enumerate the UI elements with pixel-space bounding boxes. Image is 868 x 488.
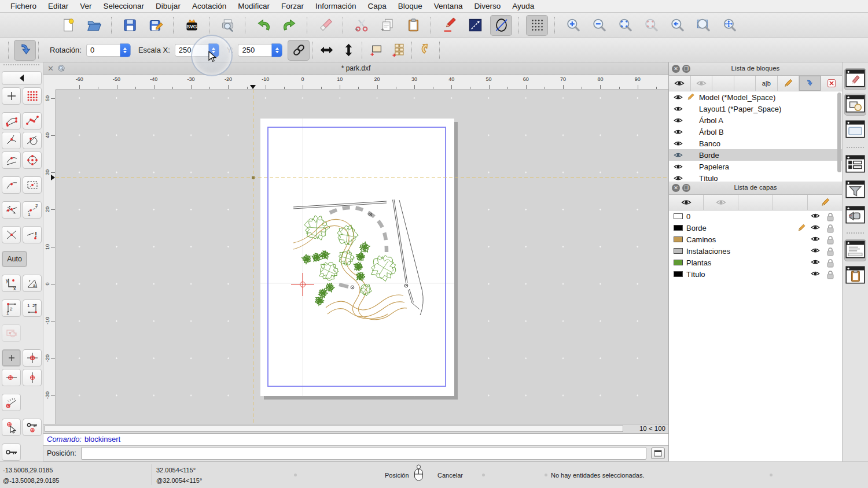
layer-row[interactable]: Título bbox=[669, 268, 842, 280]
menu-forzar[interactable]: Forzar bbox=[275, 0, 310, 13]
add-layer-button[interactable] bbox=[738, 195, 773, 210]
link-scales-button[interactable] bbox=[288, 40, 310, 61]
block-row[interactable]: Layout1 (*Paper_Space) bbox=[669, 103, 842, 114]
menu-fichero[interactable]: Fichero bbox=[5, 0, 42, 13]
delete-button[interactable] bbox=[314, 15, 336, 36]
menu-bloque[interactable]: Bloque bbox=[392, 0, 428, 13]
corner-order-b-button[interactable]: 21 bbox=[23, 300, 42, 317]
menu-ayuda[interactable]: Ayuda bbox=[506, 0, 540, 13]
snap-perpendicular-button[interactable] bbox=[2, 132, 21, 149]
scrollbar-trough[interactable] bbox=[45, 426, 623, 432]
show-all-blocks-button[interactable] bbox=[669, 76, 691, 91]
edit-block-button[interactable] bbox=[778, 76, 800, 91]
command-line[interactable]: Comando:blockinsert bbox=[43, 433, 668, 446]
remove-layer-button[interactable] bbox=[773, 195, 808, 210]
float-block-list-icon[interactable]: ❐ bbox=[682, 65, 690, 73]
layer-visibility-eye-icon[interactable] bbox=[811, 258, 820, 267]
block-row[interactable]: Borde bbox=[669, 149, 842, 161]
zoom-pan-button[interactable] bbox=[718, 15, 740, 36]
svg-export-button[interactable]: SVG bbox=[181, 15, 203, 36]
undo-button[interactable] bbox=[252, 15, 274, 36]
insert-block-button[interactable] bbox=[799, 76, 821, 91]
block-row[interactable]: Título bbox=[669, 172, 842, 182]
show-all-layers-button[interactable] bbox=[669, 195, 704, 210]
snap-center-button[interactable] bbox=[23, 151, 42, 169]
save-button[interactable] bbox=[119, 15, 141, 36]
block-row[interactable]: Árbol B bbox=[669, 126, 842, 138]
scale-y-stepper[interactable] bbox=[272, 44, 282, 57]
layer-lock-icon[interactable] bbox=[826, 270, 835, 278]
snap-distance-button[interactable]: 12 bbox=[23, 201, 42, 219]
snap-reference-button[interactable] bbox=[2, 151, 21, 169]
command-window-button[interactable] bbox=[651, 448, 665, 459]
layer-lock-icon[interactable] bbox=[826, 235, 835, 243]
block-visibility-eye-icon[interactable] bbox=[674, 105, 683, 113]
snap-auto-intersection-button[interactable] bbox=[2, 201, 21, 219]
layer-lock-icon[interactable] bbox=[826, 224, 835, 232]
panel-grip[interactable] bbox=[3, 64, 39, 70]
rotation-stepper[interactable] bbox=[120, 44, 130, 57]
layer-visibility-eye-icon[interactable] bbox=[811, 212, 820, 220]
toggle-command-trigger-button[interactable] bbox=[844, 205, 866, 227]
layer-visibility-eye-icon[interactable] bbox=[811, 235, 820, 243]
shape-tool-button[interactable] bbox=[2, 324, 21, 342]
snap-endpoints-button[interactable] bbox=[2, 112, 21, 130]
menu-capa[interactable]: Capa bbox=[362, 0, 392, 13]
close-layer-list-icon[interactable]: ✕ bbox=[672, 184, 680, 192]
horizontal-scrollbar[interactable]: 10 < 100 bbox=[43, 424, 668, 433]
zoom-auto-button[interactable] bbox=[614, 15, 636, 36]
select-reference-button[interactable] bbox=[2, 419, 21, 436]
toggle-block-list-button[interactable] bbox=[844, 154, 866, 176]
new-file-button[interactable] bbox=[57, 15, 79, 36]
relative-zero-plus-button[interactable] bbox=[2, 349, 21, 367]
zoom-previous-button[interactable] bbox=[666, 15, 688, 36]
menu-informacion[interactable]: Información bbox=[310, 0, 362, 13]
toggle-property-editor-button[interactable] bbox=[844, 68, 866, 90]
menu-modificar[interactable]: Modificar bbox=[232, 0, 275, 13]
lock-relative-zero-button[interactable] bbox=[23, 419, 42, 436]
edit-layer-button[interactable] bbox=[808, 195, 842, 210]
draw-line-button[interactable] bbox=[464, 15, 486, 36]
coord-cartesian-button[interactable]: yx bbox=[2, 275, 21, 292]
coord-polar-button[interactable]: ra bbox=[23, 275, 42, 292]
single-insert-button[interactable] bbox=[365, 40, 387, 61]
restore-defaults-button[interactable] bbox=[415, 40, 437, 61]
float-layer-list-icon[interactable]: ❐ bbox=[682, 184, 690, 192]
close-block-list-icon[interactable]: ✕ bbox=[672, 65, 680, 73]
block-visibility-eye-icon[interactable] bbox=[674, 151, 683, 159]
block-visibility-eye-icon[interactable] bbox=[674, 140, 683, 147]
menu-diverso[interactable]: Diverso bbox=[468, 0, 506, 13]
toggle-library-browser-button[interactable] bbox=[844, 94, 866, 116]
layer-visibility-eye-icon[interactable] bbox=[811, 224, 820, 232]
copy-button[interactable] bbox=[376, 15, 398, 36]
snap-free-button[interactable] bbox=[2, 87, 21, 105]
flip-vertical-button[interactable] bbox=[337, 40, 359, 61]
toggle-clipboard-button[interactable] bbox=[844, 265, 866, 287]
layer-visibility-eye-icon[interactable] bbox=[811, 247, 820, 255]
zoom-window-button[interactable] bbox=[692, 15, 714, 36]
block-visibility-eye-icon[interactable] bbox=[674, 175, 683, 182]
snap-entity-box-button[interactable] bbox=[23, 176, 42, 194]
block-visibility-eye-icon[interactable] bbox=[674, 163, 683, 171]
layer-visibility-eye-icon[interactable] bbox=[811, 270, 820, 278]
block-visibility-eye-icon[interactable] bbox=[674, 128, 683, 136]
rename-block-button[interactable]: a|b bbox=[756, 76, 778, 91]
snap-intersection-button[interactable] bbox=[2, 226, 21, 243]
snap-grid-button[interactable] bbox=[23, 87, 42, 105]
rotation-spinner[interactable] bbox=[86, 44, 130, 57]
menu-ver[interactable]: Ver bbox=[74, 0, 97, 13]
layer-row[interactable]: Instalaciones bbox=[669, 245, 842, 257]
block-row[interactable]: Árbol A bbox=[669, 114, 842, 126]
layer-lock-icon[interactable] bbox=[826, 247, 835, 255]
scale-y-input[interactable] bbox=[238, 44, 272, 57]
snap-intersection-manual-button[interactable]: ! bbox=[23, 226, 42, 243]
paste-button[interactable] bbox=[402, 15, 424, 36]
snap-auto-button[interactable]: Auto bbox=[2, 251, 27, 267]
block-row[interactable]: Model (*Model_Space) bbox=[669, 91, 842, 103]
back-button[interactable] bbox=[2, 71, 42, 85]
open-file-button[interactable] bbox=[83, 15, 105, 36]
delete-block-button[interactable] bbox=[821, 76, 843, 91]
set-relative-zero-button[interactable] bbox=[23, 349, 42, 367]
block-list-scrollbar[interactable] bbox=[837, 93, 841, 172]
layer-row[interactable]: 0 bbox=[669, 210, 842, 222]
